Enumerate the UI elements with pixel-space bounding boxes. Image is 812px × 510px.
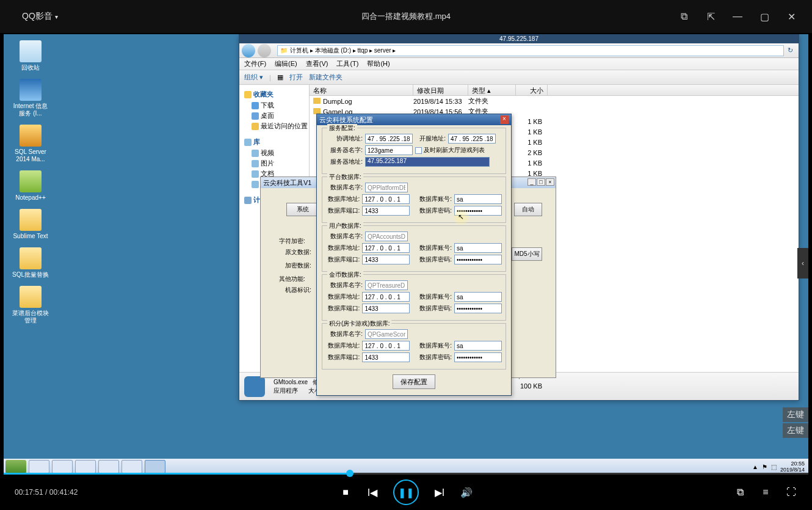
refresh-icon[interactable]: ↻ xyxy=(788,46,796,54)
md5-button[interactable]: MD5小写 xyxy=(512,247,542,261)
tr-db-pwd[interactable] xyxy=(454,304,502,313)
tree-downloads[interactable]: 下载 xyxy=(242,100,306,111)
open-addr-input[interactable] xyxy=(448,134,496,144)
toolbar-organize[interactable]: 组织 ▾ xyxy=(244,73,263,82)
group-platform-db: 平台数据库: 数据库名字: 数据库地址: 数据库账号: 数据库端口: 数据库密码… xyxy=(322,177,506,223)
group-user-db: 用户数据库: 数据库名字: 数据库地址: 数据库账号: 数据库端口: 数据库密码… xyxy=(322,225,506,272)
toolbar-open[interactable]: 打开 xyxy=(289,73,303,82)
us-db-addr[interactable] xyxy=(362,243,410,253)
start-button[interactable] xyxy=(5,460,26,473)
list-item[interactable]: DumpLog 2019/8/14 15:33 文件夹 xyxy=(310,96,799,106)
player-controls: 00:17:51 / 00:41:42 ■ I◀ ❚❚ ▶I 🔊 ⧉ ≡ ⛶ xyxy=(0,475,812,510)
tray-clock[interactable]: 20:552019/8/14 xyxy=(780,461,805,473)
tray-flag-icon[interactable]: ⚑ xyxy=(762,464,767,470)
save-config-button[interactable]: 保存配置 xyxy=(393,374,435,389)
minimize-icon[interactable]: — xyxy=(731,10,744,23)
col-date[interactable]: 修改日期 xyxy=(413,85,468,95)
col-name[interactable]: 名称 xyxy=(310,85,413,95)
explorer-menu: 文件(F) 编辑(E) 查看(V) 工具(T) 帮助(H) xyxy=(239,58,799,70)
refresh-checkbox[interactable]: 及时刷新大厅游戏列表 xyxy=(415,146,485,155)
pf-db-acct[interactable] xyxy=(454,194,502,204)
us-db-port[interactable] xyxy=(362,255,410,264)
explorer-toolbar: 组织 ▾ | ▦ 打开 新建文件夹 xyxy=(239,70,799,85)
menu-edit[interactable]: 编辑(E) xyxy=(275,59,297,68)
tool-max-icon[interactable]: □ xyxy=(537,178,545,186)
us-db-pwd[interactable] xyxy=(454,255,502,264)
menu-tools[interactable]: 工具(T) xyxy=(336,59,358,68)
prev-button[interactable]: I◀ xyxy=(366,487,379,498)
menu-view[interactable]: 查看(V) xyxy=(306,59,328,68)
tool-close-icon[interactable]: × xyxy=(546,178,554,186)
volume-button[interactable]: 🔊 xyxy=(460,487,473,498)
pin-icon[interactable]: ⇱ xyxy=(705,10,717,23)
taskbar-item[interactable] xyxy=(52,460,73,473)
playlist-icon[interactable]: ≡ xyxy=(759,487,772,498)
col-type[interactable]: 类型 ▴ xyxy=(468,85,516,95)
coord-addr-input[interactable] xyxy=(365,134,413,144)
desktop-icon-sqlbatch[interactable]: SQL批量替换 xyxy=(12,247,49,279)
sc-db-port[interactable] xyxy=(362,352,410,362)
tree-desktop[interactable]: 桌面 xyxy=(242,111,306,121)
tree-picture[interactable]: 图片 xyxy=(242,158,306,169)
player-app-name[interactable]: QQ影音▾ xyxy=(0,11,58,22)
pf-db-name xyxy=(365,183,408,192)
close-icon[interactable]: ✕ xyxy=(785,10,797,23)
sc-db-acct[interactable] xyxy=(454,341,502,351)
maximize-icon[interactable]: ▢ xyxy=(758,10,770,23)
sc-db-pwd[interactable] xyxy=(454,352,502,362)
pause-button[interactable]: ❚❚ xyxy=(393,479,419,505)
desktop-icon-recycle[interactable]: 回收站 xyxy=(12,40,49,71)
group-score-db: 积分(房卡游戏)数据库: 数据库名字: 数据库地址: 数据库账号: 数据库端口:… xyxy=(322,323,506,370)
taskbar-item[interactable] xyxy=(98,460,119,473)
screenshot-icon[interactable]: ⧉ xyxy=(734,487,746,498)
open-icon: ▦ xyxy=(277,73,283,81)
tr-db-addr[interactable] xyxy=(362,292,410,302)
progress-bar[interactable] xyxy=(4,473,808,475)
menu-file[interactable]: 文件(F) xyxy=(244,59,266,68)
taskbar-item-active[interactable] xyxy=(145,460,165,473)
nav-back-icon[interactable] xyxy=(242,44,255,57)
nav-forward-icon[interactable] xyxy=(258,44,271,57)
sc-db-addr[interactable] xyxy=(362,341,410,351)
tray-icon[interactable]: ▲ xyxy=(752,464,758,470)
pf-db-addr[interactable] xyxy=(362,194,410,204)
desktop-icon-iis[interactable]: Internet 信息服务 (I... xyxy=(12,79,49,117)
tree-favorites[interactable]: 收藏夹 xyxy=(253,90,274,98)
group-treasure-db: 金币数据库: 数据库名字: 数据库地址: 数据库账号: 数据库端口: 数据库密码… xyxy=(322,274,506,321)
config-dialog: 云尖科技系统配置 × 服务配置: 协调地址: 开服地址: 服务器名字: 及时刷新… xyxy=(316,114,512,396)
tree-video[interactable]: 视频 xyxy=(242,148,306,158)
desktop-icon-sublime[interactable]: Sublime Text xyxy=(12,209,49,240)
taskbar-item[interactable] xyxy=(121,460,142,473)
address-bar[interactable]: 📁计算机 ▸ 本地磁盘 (D:) ▸ ttqp ▸ server ▸ xyxy=(277,45,784,56)
tray-net-icon[interactable]: ⬚ xyxy=(771,464,777,470)
pf-db-port[interactable] xyxy=(362,206,410,216)
chevron-down-icon: ▾ xyxy=(55,13,58,20)
menu-help[interactable]: 帮助(H) xyxy=(367,59,390,68)
side-collapse-button[interactable]: ‹ xyxy=(797,248,808,279)
taskbar-item[interactable] xyxy=(75,460,96,473)
taskbar-item[interactable] xyxy=(29,460,49,473)
toolbar-newfolder[interactable]: 新建文件夹 xyxy=(309,73,343,82)
tree-library[interactable]: 库 xyxy=(253,138,260,145)
desktop-icon-notepadpp[interactable]: Notepad++ xyxy=(12,170,49,202)
us-db-acct[interactable] xyxy=(454,243,502,253)
server-name-input[interactable] xyxy=(365,145,413,155)
tool-min-icon[interactable]: _ xyxy=(527,178,536,186)
cursor-icon: ↖ xyxy=(458,213,464,221)
sys-button[interactable]: 系统 xyxy=(286,203,319,216)
tree-recent[interactable]: 最近访问的位置 xyxy=(242,121,306,131)
tr-db-port[interactable] xyxy=(362,304,410,313)
col-size[interactable]: 大小 xyxy=(516,85,548,95)
next-button[interactable]: ▶I xyxy=(433,487,446,498)
explorer-nav: 📁计算机 ▸ 本地磁盘 (D:) ▸ ttqp ▸ server ▸ ↻ xyxy=(239,43,799,58)
pip-icon[interactable]: ⧉ xyxy=(678,10,690,23)
auto-button[interactable]: 自动 xyxy=(514,203,542,216)
tr-db-acct[interactable] xyxy=(454,292,502,302)
progress-thumb[interactable] xyxy=(346,470,353,477)
dialog-close-icon[interactable]: × xyxy=(500,115,509,124)
desktop-icon-module[interactable]: 菜谱后台模块管理 xyxy=(12,286,49,324)
server-addr-select[interactable]: 47.95.225.187 xyxy=(365,157,490,167)
stop-button[interactable]: ■ xyxy=(339,487,352,498)
desktop-icon-sqlserver[interactable]: SQL Server 2014 Ma... xyxy=(12,125,49,163)
fullscreen-icon[interactable]: ⛶ xyxy=(785,487,797,498)
